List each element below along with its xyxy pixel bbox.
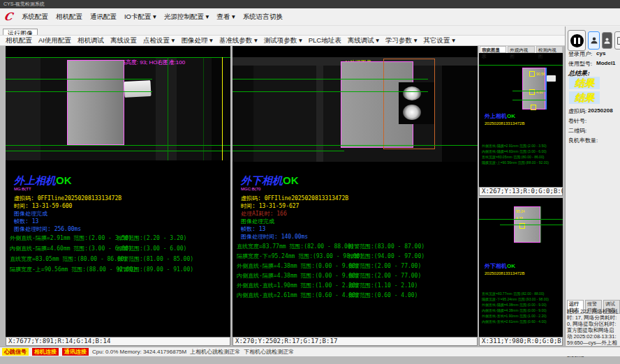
upper-camera-heartbeat-msg: 上相机心跳检测正常 xyxy=(190,348,240,356)
tool-image-process[interactable]: 图像处理 ▾ xyxy=(181,36,212,45)
alarm-range: 报警范围:(94.00 - 97.00) xyxy=(348,252,425,260)
status-bar: 心跳信号 相机连接 通讯连接 Cpu: 0.0% Memory: 3424.41… xyxy=(0,347,620,356)
blue-edge-line xyxy=(545,68,547,109)
pixel-coords-preview-bottom: X:311;Y:980;R:0;G:0;B:0 xyxy=(479,337,563,346)
tool-plc-table[interactable]: PLC地址表 xyxy=(309,36,341,45)
tool-baseline-params[interactable]: 基准线参数 ▾ xyxy=(219,36,258,45)
weld-spot xyxy=(403,105,421,120)
menu-item-light-config[interactable]: 光源控制配置 ▾ xyxy=(164,13,209,22)
camera-view-lower-outer[interactable]: AI处理图像 外下相机OK MGC:B(70 虚拟码: 0FFIline2025… xyxy=(232,46,478,346)
menu-bar: C 系统配置 相机配置 通讯配置 IO卡配置 ▾ 光源控制配置 ▾ 查看 ▾ 系… xyxy=(0,8,620,26)
process-time-line: 图像处理时间: 256.00ms xyxy=(14,225,81,233)
process-done-line: 图像处理完成 xyxy=(14,210,47,218)
app-window: CYS-视觉检测系统 C 系统配置 相机配置 通讯配置 IO卡配置 ▾ 光源控制… xyxy=(0,0,620,364)
virtual-code-label: 虚拟码: xyxy=(568,107,586,115)
tiny-measure-row: 直线宽度=83.05mm 范围:(80.00 - 86.00) xyxy=(482,155,544,159)
menu-item-comm-config[interactable]: 通讯配置 xyxy=(90,13,117,22)
tab-connector-preview xyxy=(547,75,556,82)
preview-code-line: 2025020813313472B xyxy=(485,121,524,126)
annotation-label: 90.56 xyxy=(536,72,545,76)
camera-name-label: 外下相机 xyxy=(241,174,283,187)
mes-flag-label: MGC:B(70 xyxy=(241,187,260,191)
alarm-range: 报警范围:(3.00 - 6.00) xyxy=(117,245,186,252)
tool-test-params[interactable]: 测试项参数 ▾ xyxy=(264,36,302,45)
measure-row: 外侧直线-隔膜=2.91mm 范围:(2.00 - 3.50) xyxy=(10,234,132,242)
tool-spotcheck-setting[interactable]: 点检设置 ▾ xyxy=(143,36,175,45)
virtual-code-line: 虚拟码: 0FFIline2025020813313472B xyxy=(241,195,348,202)
pixel-coords-preview-top: X:267;Y:13;R:0;G:0;B:0 xyxy=(479,187,563,196)
user-login-button[interactable] xyxy=(588,31,600,50)
preview-lower-camera[interactable]: 95.24 4.38 外下相机OK 2025020813313472B 直线宽度… xyxy=(479,198,563,346)
menu-item-language[interactable]: 系统语言切换 xyxy=(243,13,283,22)
measure-row: 直线宽度=83.05mm 范围:(80.00 - 86.00) xyxy=(10,255,127,263)
camera-view-upper-outer[interactable]: N下隔高度: 93; HO右图准:100 外上相机OK MG:B(TT 虚拟码:… xyxy=(6,46,230,346)
preview-tab-bar: 瑕疵图显示 外观内视图 检测内视图 xyxy=(479,46,563,53)
ai-time-line: 处理AI耗时: 166 xyxy=(241,210,287,218)
tool-offline-debug[interactable]: 离线调试 ▾ xyxy=(348,36,379,45)
preview-tab-inspect[interactable]: 检测内视图 xyxy=(536,46,563,53)
camera-name-label: 外下相机 xyxy=(485,263,507,269)
menu-item-io-config[interactable]: IO卡配置 ▾ xyxy=(124,13,156,22)
tiny-measure-row: 内侧直线-隔膜=4.60mm 范围:(3.00 - 6.00) xyxy=(482,149,547,153)
alarm-range: 报警范围:(83.00 - 87.00) xyxy=(348,243,425,250)
menu-item-camera-config[interactable]: 相机配置 xyxy=(56,13,82,22)
exit-button[interactable] xyxy=(614,31,620,50)
tool-offline-setting[interactable]: 离线设置 xyxy=(110,36,137,45)
pin-number-label: 卷针号: xyxy=(568,117,586,125)
alarm-range: 报警范围:(89.00 - 91.00) xyxy=(117,266,193,273)
comm-connect-badge: 通讯连接 xyxy=(62,348,89,356)
tab-connector-left xyxy=(124,80,151,98)
preview-tab-defect[interactable]: 瑕疵图显示 xyxy=(480,46,506,53)
time-line: 时间: 13-31-59-600 xyxy=(14,202,72,210)
alarm-range: 报警范围:(1.10 - 2.10) xyxy=(348,282,418,289)
menu-item-view[interactable]: 查看 ▾ xyxy=(216,13,235,22)
weld-spot xyxy=(403,86,421,100)
tab-row: 运行图像 xyxy=(0,26,620,35)
preview-tab-appearance[interactable]: 外观内视图 xyxy=(508,46,534,53)
tool-camera-config[interactable]: 相机配置 xyxy=(6,36,32,45)
yellow-ruler-line xyxy=(222,57,223,160)
result-badge-upper: 结果 xyxy=(569,77,600,89)
roi-rect-orange xyxy=(383,59,435,149)
measure-row: 内侧直线-隔膜=4.38mm 范围:(0.00 - 9.00) xyxy=(237,272,359,280)
separator-region-left xyxy=(67,60,124,145)
tool-learn-params[interactable]: 学习参数 ▾ xyxy=(385,36,417,45)
tiny-measure-row: 外侧直线-隔膜=2.91mm 范围:(2.00 - 3.50) xyxy=(482,144,547,148)
alarm-range: 报警范围:(2.00 - 77.00) xyxy=(348,262,421,270)
title-bar: CYS-视觉检测系统 xyxy=(0,0,620,8)
exit-door-icon xyxy=(617,36,620,45)
preview-upper-camera[interactable]: 瑕疵图显示 外观内视图 检测内视图 90.56 4.60 外上相机OK 2025… xyxy=(479,46,563,196)
user-manage-button[interactable] xyxy=(602,32,612,49)
user-icon xyxy=(590,36,598,45)
cpu-memory-text: Cpu: 0.0% Memory: 3424.41796875M xyxy=(92,349,186,355)
measure-row: 外侧直线-直线=1.90mm 范围:(1.00 - 2.20) xyxy=(237,282,359,289)
preview-code-line: 2025020813313472B xyxy=(485,271,524,275)
alarm-range: 报警范围:(2.20 - 3.20) xyxy=(117,234,186,242)
camera-result-title: 外上相机OK xyxy=(14,174,72,188)
ok-status-label: OK xyxy=(507,113,515,119)
mes-flag-label: MG:B(TT xyxy=(14,187,31,191)
alarm-range: 报警范围:(2.00 - 77.00) xyxy=(348,272,421,280)
camera-result-title: 外下相机OK xyxy=(241,174,299,188)
tool-other-setting[interactable]: 其它设置 ▾ xyxy=(424,36,455,45)
tool-camera-debug[interactable]: 相机调试 xyxy=(78,36,104,45)
process-done-line: 图像处理完成 xyxy=(241,218,274,225)
measure-row: 隔膜宽度-下=95.24mm 范围:(93.00 - 98.00) xyxy=(237,252,363,260)
menu-item-system-config[interactable]: 系统配置 xyxy=(22,13,48,22)
measure-row: 内侧直线-直线=2.61mm 范围:(0.60 - 4.00) xyxy=(237,291,359,299)
pixel-coords-left: X:7677;Y:891;R:14;G:14;B:14 xyxy=(6,337,230,346)
tool-ai-config[interactable]: AI使用配置 xyxy=(38,36,71,45)
virtual-code-value: 20250208 xyxy=(588,107,613,114)
tiny-measure-row: 外侧直线-隔膜=4.38mm 范围:(0.00 - 9.00) xyxy=(482,303,547,307)
process-time-line: 图像处理时间: 140.00ms xyxy=(241,233,308,241)
login-user-label: 登录用户: xyxy=(568,50,592,58)
pause-button[interactable] xyxy=(568,30,586,51)
model-label: 使用型号: xyxy=(568,60,592,68)
control-buttons xyxy=(568,30,620,51)
annotation-box xyxy=(529,71,535,77)
ok-status-label: OK xyxy=(507,263,515,269)
model-value[interactable]: Model1 xyxy=(596,60,616,66)
window-title: CYS-视觉检测系统 xyxy=(3,1,45,6)
ok-status-label: OK xyxy=(56,174,72,186)
frame-count-line: 帧数: 13 xyxy=(14,218,38,225)
